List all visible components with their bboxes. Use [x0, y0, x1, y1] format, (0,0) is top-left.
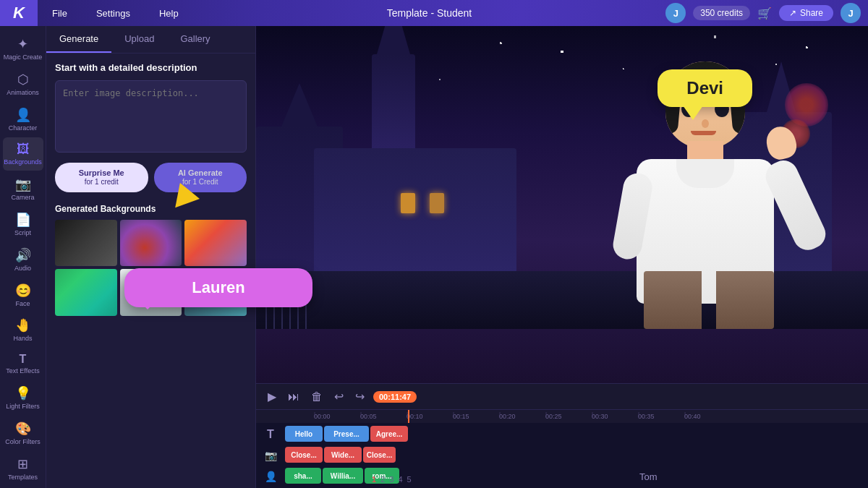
- main-layout: ✦ Magic Create ⬡ Animations 👤 Character …: [0, 26, 868, 488]
- camera-icon: 📷: [15, 176, 31, 192]
- nav-help[interactable]: Help: [145, 0, 193, 26]
- sidebar-label-hands: Hands: [13, 335, 32, 343]
- text-effects-icon: T: [20, 353, 27, 366]
- ruler-mark-7: 00:35: [638, 413, 684, 420]
- share-icon: ↗: [789, 8, 796, 18]
- sidebar-item-magic-create[interactable]: ✦ Magic Create: [3, 32, 43, 66]
- share-button[interactable]: ↗ Share: [779, 5, 833, 21]
- canvas-viewport[interactable]: Devi: [256, 26, 868, 383]
- magic-create-icon: ✦: [17, 36, 28, 52]
- skip-end-button[interactable]: ⏭: [285, 389, 302, 405]
- page-dot-3[interactable]: 3: [389, 475, 393, 484]
- surprise-me-button[interactable]: Surprise Me for 1 credit: [55, 163, 148, 192]
- sidebar-label-camera: Camera: [11, 194, 34, 202]
- clip-hello[interactable]: Hello: [285, 426, 323, 442]
- sidebar-item-hands[interactable]: 🤚 Hands: [3, 313, 43, 347]
- ruler-mark-2: 00:10: [407, 413, 453, 420]
- ruler-mark-3: 00:15: [453, 413, 499, 420]
- audio-icon: 🔊: [15, 247, 31, 263]
- track-icon-character: 👤: [256, 471, 285, 482]
- cart-icon[interactable]: 🛒: [757, 7, 772, 20]
- page-dot-1[interactable]: 1: [372, 475, 376, 484]
- ruler-mark-0: 00:00: [314, 413, 360, 420]
- app-logo: K: [0, 0, 38, 26]
- panel-tabs: Generate Upload Gallery: [46, 26, 255, 53]
- face-icon: 😊: [15, 283, 31, 299]
- ruler-mark-5: 00:25: [545, 413, 592, 420]
- page-dot-4[interactable]: 4: [398, 475, 402, 484]
- generate-label: AI Generate: [160, 168, 242, 178]
- sidebar-label-magic-create: Magic Create: [4, 53, 43, 61]
- canvas-area: Devi ▶ ⏭ 🗑 ↩ ↪ 00:11:47 00:00 00:05: [256, 26, 868, 488]
- bg-thumb-1[interactable]: [55, 220, 117, 266]
- page-dots: 1 2 3 4 5: [372, 475, 412, 484]
- devi-label: Devi: [686, 78, 723, 98]
- redo-button[interactable]: ↪: [352, 388, 367, 405]
- nav-menu: File Settings Help: [38, 0, 193, 26]
- track-clips-camera: Close... Wide... Close...: [285, 447, 868, 464]
- clip-close1[interactable]: Close...: [285, 447, 323, 463]
- devi-tooltip: Devi: [658, 69, 752, 107]
- sidebar-item-text-effects[interactable]: T Text Effects: [3, 348, 43, 380]
- delete-button[interactable]: 🗑: [308, 389, 326, 405]
- left-panel: Generate Upload Gallery Start with a det…: [46, 26, 256, 488]
- timeline-tracks: T Hello Prese... Agree... 📷 Close... Wid…: [256, 423, 868, 488]
- sidebar-item-script[interactable]: 📄 Script: [3, 207, 43, 241]
- timeline-ruler: 00:00 00:05 00:10 00:15 00:20 00:25 00:3…: [256, 410, 868, 423]
- light-filters-icon: 💡: [15, 385, 31, 401]
- sidebar-item-color-filters[interactable]: 🎨 Color Filters: [3, 416, 43, 450]
- ruler-mark-6: 00:30: [592, 413, 638, 420]
- clip-close2[interactable]: Close...: [363, 447, 396, 463]
- bg-thumb-2[interactable]: [120, 220, 182, 266]
- sidebar-item-face[interactable]: 😊 Face: [3, 278, 43, 312]
- sidebar-label-backgrounds: Backgrounds: [4, 158, 42, 166]
- sidebar-label-face: Face: [15, 300, 30, 308]
- top-navigation: K File Settings Help Template - Student …: [0, 0, 868, 26]
- project-title: Template - Student: [193, 7, 666, 19]
- tab-upload[interactable]: Upload: [111, 26, 167, 53]
- time-indicator: 00:11:47: [373, 391, 417, 403]
- user-avatar[interactable]: J: [665, 3, 686, 23]
- play-button[interactable]: ▶: [265, 388, 279, 405]
- page-dot-2[interactable]: 2: [380, 475, 385, 484]
- clip-willia[interactable]: Willia...: [323, 468, 363, 484]
- character-icon: 👤: [15, 107, 31, 123]
- user-avatar-2[interactable]: J: [841, 3, 861, 23]
- surprise-label: Surprise Me: [61, 168, 142, 178]
- section-title: Start with a detailed description: [55, 62, 247, 73]
- tab-gallery[interactable]: Gallery: [167, 26, 223, 53]
- ruler-mark-8: 00:40: [684, 413, 731, 420]
- clip-agree[interactable]: Agree...: [370, 426, 408, 442]
- timeline-playhead[interactable]: [408, 410, 409, 423]
- bg-thumb-3[interactable]: [184, 220, 247, 266]
- action-buttons: Surprise Me for 1 credit AI Generate for…: [55, 163, 247, 192]
- ruler-marks: 00:00 00:05 00:10 00:15 00:20 00:25 00:3…: [314, 413, 868, 420]
- page-dot-5[interactable]: 5: [407, 475, 412, 484]
- sidebar-item-camera[interactable]: 📷 Camera: [3, 172, 43, 206]
- nav-settings[interactable]: Settings: [82, 0, 145, 26]
- sidebar-item-templates[interactable]: ⊞ Templates: [3, 452, 43, 486]
- clip-sha[interactable]: sha...: [285, 468, 321, 484]
- clip-wide[interactable]: Wide...: [324, 447, 362, 463]
- sidebar-item-audio[interactable]: 🔊 Audio: [3, 243, 43, 277]
- sidebar-label-character: Character: [9, 124, 38, 132]
- sidebar-label-light-filters: Light Filters: [6, 403, 40, 411]
- credits-display: 350 credits: [693, 6, 750, 20]
- sidebar-item-character[interactable]: 👤 Character: [3, 103, 43, 137]
- nav-file[interactable]: File: [38, 0, 82, 26]
- clip-prese[interactable]: Prese...: [324, 426, 369, 442]
- hands-icon: 🤚: [15, 317, 31, 333]
- devi-tooltip-container: Devi: [658, 69, 752, 107]
- bg-thumb-4[interactable]: [55, 269, 117, 315]
- sidebar-label-animations: Animations: [7, 89, 39, 97]
- sidebar-label-audio: Audio: [14, 265, 31, 273]
- sidebar-item-backgrounds[interactable]: 🖼 Backgrounds: [3, 137, 43, 171]
- backgrounds-icon: 🖼: [17, 142, 30, 157]
- description-textarea[interactable]: [55, 80, 247, 153]
- sidebar-item-animations[interactable]: ⬡ Animations: [3, 67, 43, 101]
- undo-button[interactable]: ↩: [331, 388, 346, 405]
- sidebar-item-light-filters[interactable]: 💡 Light Filters: [3, 381, 43, 415]
- color-filters-icon: 🎨: [15, 421, 31, 437]
- surprise-sub-label: for 1 credit: [61, 178, 142, 187]
- tab-generate[interactable]: Generate: [46, 26, 111, 53]
